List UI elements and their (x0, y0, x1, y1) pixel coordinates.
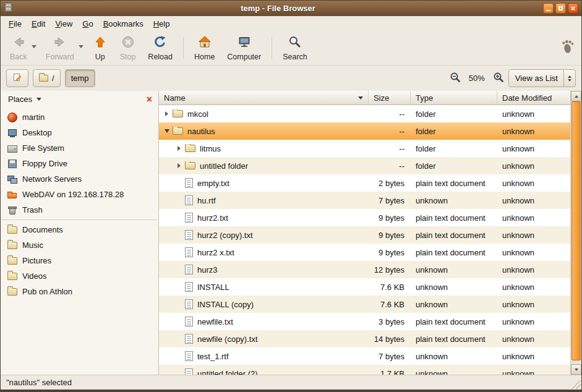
window-icon[interactable] (4, 2, 13, 14)
file-row[interactable]: hurz2 x.txt 9 bytes plain text document … (159, 244, 570, 261)
path-button-temp[interactable]: temp (65, 69, 95, 87)
scroll-down-button[interactable] (571, 364, 581, 375)
text-file-icon (185, 247, 193, 257)
sidebar-item-martin[interactable]: martin (1, 109, 158, 125)
view-mode-select[interactable]: View as List (508, 69, 576, 87)
folder-icon (7, 257, 17, 265)
network-icon (7, 174, 17, 184)
file-row[interactable]: hurz3 12 bytes unknown unknown (159, 261, 570, 278)
places-list: martin Desktop File System Floppy Drive … (1, 108, 158, 375)
forward-button[interactable]: Forward (40, 33, 80, 63)
minimize-button[interactable] (543, 3, 554, 14)
file-row[interactable]: INSTALL (copy) 7.6 KB unknown unknown (159, 296, 570, 313)
forward-arrow-icon (53, 35, 67, 52)
menu-go[interactable]: Go (77, 17, 98, 30)
file-browser-window: temp - File Browser × File Edit View Go … (0, 0, 582, 392)
column-header-name[interactable]: Name (159, 91, 369, 105)
folder-icon (7, 226, 17, 234)
column-header-size[interactable]: Size (369, 91, 411, 105)
view-mode-spinner[interactable] (563, 70, 575, 87)
up-button[interactable]: Up (87, 33, 113, 63)
file-row[interactable]: hurz2 (copy).txt 9 bytes plain text docu… (159, 226, 570, 244)
scroll-down-icon (575, 369, 578, 371)
file-row[interactable]: mkcol -- folder unknown (159, 105, 570, 122)
menu-help[interactable]: Help (148, 17, 175, 30)
file-row[interactable]: untitled folder (2) 1.7 KB unknown unkno… (159, 365, 570, 375)
text-file-icon (185, 265, 193, 275)
scrollbar-track[interactable] (571, 101, 581, 364)
sidebar-item-trash[interactable]: Trash (1, 202, 158, 218)
places-sidebar: Places × martin Desktop File System Flop… (1, 91, 159, 375)
zoom-out-button[interactable] (450, 72, 461, 85)
sidebar-item-music[interactable]: Music (1, 237, 158, 253)
sidebar-item-documents[interactable]: Documents (1, 222, 158, 237)
menu-edit[interactable]: Edit (27, 17, 50, 30)
floppy-icon (7, 159, 17, 169)
sidebar-item-network-servers[interactable]: Network Servers (1, 171, 158, 187)
expander-collapsed-icon[interactable] (162, 111, 171, 116)
menu-view[interactable]: View (50, 17, 77, 30)
sidebar-item-file-system[interactable]: File System (1, 140, 158, 156)
places-selector[interactable]: Places (5, 93, 45, 105)
sidebar-item-pictures[interactable]: Pictures (1, 253, 158, 268)
close-button[interactable]: × (568, 3, 578, 14)
chevron-down-icon (36, 98, 41, 101)
folder-icon (7, 288, 17, 296)
sidebar-item-desktop[interactable]: Desktop (1, 125, 158, 140)
sidebar-item-floppy-drive[interactable]: Floppy Drive (1, 156, 158, 171)
column-header-date-modified[interactable]: Date Modified (497, 91, 570, 105)
places-label: Places (8, 95, 32, 104)
menu-file[interactable]: File (4, 17, 27, 30)
titlebar[interactable]: temp - File Browser × (1, 1, 581, 16)
folder-icon (185, 162, 195, 169)
current-folder-label: temp (71, 74, 89, 83)
toggle-location-entry-button[interactable] (6, 69, 28, 87)
search-button[interactable]: Search (277, 33, 313, 63)
menu-bookmarks[interactable]: Bookmarks (98, 17, 148, 30)
expander-collapsed-icon[interactable] (174, 163, 184, 168)
sidebar-item-pub-on-athlon[interactable]: Pub on Athlon (1, 284, 158, 299)
scroll-up-button[interactable] (571, 91, 581, 101)
file-row[interactable]: newfile.txt 3 bytes plain text document … (159, 313, 570, 330)
resize-grip[interactable] (571, 380, 581, 389)
folder-icon (185, 145, 195, 152)
expander-collapsed-icon[interactable] (174, 146, 184, 151)
maximize-button[interactable] (555, 3, 566, 14)
forward-dropdown-icon[interactable] (79, 45, 83, 48)
trash-icon (7, 205, 17, 215)
spinner-down-icon (568, 79, 571, 82)
file-row[interactable]: litmus -- folder unknown (159, 140, 570, 157)
vertical-scrollbar[interactable] (570, 91, 581, 375)
file-list-pane: Name Size Type Date Modified mkcol -- fo… (159, 91, 570, 375)
text-file-icon (185, 369, 193, 375)
sidebar-close-button[interactable]: × (145, 95, 154, 104)
sidebar-item-videos[interactable]: Videos (1, 268, 158, 284)
computer-button[interactable]: Computer (221, 33, 267, 63)
back-dropdown-icon[interactable] (32, 45, 36, 48)
sidebar-separator (2, 219, 157, 220)
file-row[interactable]: untitled folder -- folder unknown (159, 157, 570, 174)
home-button[interactable]: Home (189, 33, 220, 63)
file-rows: mkcol -- folder unknown nautilus -- fold… (159, 105, 570, 375)
toolbar-separator (183, 37, 184, 59)
path-button-root[interactable]: / (33, 69, 61, 87)
file-row[interactable]: hurz2.txt 9 bytes plain text document un… (159, 209, 570, 226)
expander-expanded-icon[interactable] (162, 129, 171, 133)
scrollbar-thumb[interactable] (571, 101, 581, 360)
window-title: temp - File Browser (15, 4, 541, 13)
file-row[interactable]: hu.rtf 7 bytes unknown unknown (159, 192, 570, 209)
sidebar-item-webdav[interactable]: WebDAV on 192.168.178.28 (1, 187, 158, 202)
text-file-icon (185, 317, 193, 326)
menubar: File Edit View Go Bookmarks Help (1, 16, 581, 32)
column-header-type[interactable]: Type (411, 91, 497, 105)
file-row[interactable]: empty.txt 2 bytes plain text document un… (159, 174, 570, 192)
back-button[interactable]: Back (4, 33, 33, 63)
content-area: Places × martin Desktop File System Flop… (1, 91, 581, 375)
file-row[interactable]: INSTALL 7.6 KB unknown unknown (159, 278, 570, 296)
stop-button[interactable]: Stop (114, 33, 142, 63)
zoom-in-button[interactable] (493, 72, 504, 85)
file-row[interactable]: test_1.rtf 7 bytes unknown unknown (159, 347, 570, 365)
file-row-selected[interactable]: nautilus -- folder unknown (159, 122, 570, 140)
reload-button[interactable]: Reload (142, 33, 178, 63)
file-row[interactable]: newfile (copy).txt 14 bytes plain text d… (159, 330, 570, 347)
